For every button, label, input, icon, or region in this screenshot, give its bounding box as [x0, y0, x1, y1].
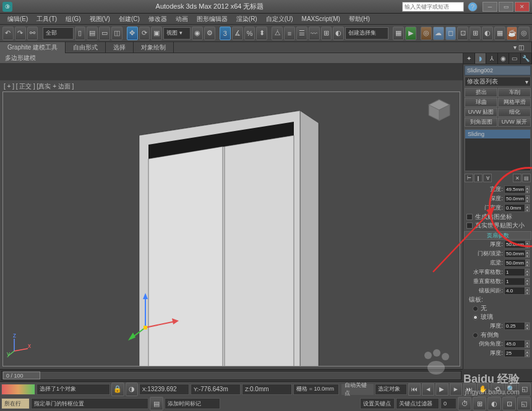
leaf-params-rollout[interactable]: 页扇参数 — [464, 231, 531, 240]
menu-customize[interactable]: 自定义(U) — [262, 15, 297, 23]
undo-icon[interactable]: ↶ — [2, 27, 14, 40]
tab-hierarchy-icon[interactable]: ⅄ — [486, 53, 498, 64]
align-icon[interactable]: ≡ — [284, 27, 295, 40]
redo-icon[interactable]: ↷ — [15, 27, 26, 40]
render-setup-icon[interactable]: ▦ — [393, 27, 404, 40]
btm-spinner[interactable]: 50.0mm▴▾ — [504, 259, 530, 267]
tool-icon[interactable]: ◐ — [482, 27, 493, 40]
track-bar[interactable] — [1, 384, 35, 395]
maximize-button[interactable]: ▭ — [499, 2, 513, 12]
nav-orbit-icon[interactable]: ⟲ — [491, 383, 503, 396]
select-rect-icon[interactable]: ▭ — [99, 27, 110, 40]
tab-display-icon[interactable]: ▭ — [509, 53, 521, 64]
select-name-icon[interactable]: ▤ — [87, 27, 98, 40]
menu-tools[interactable]: 工具(T) — [33, 15, 61, 23]
mod-lathe[interactable]: 车削 — [498, 88, 531, 97]
time-marker[interactable]: 0 / 100 — [3, 371, 40, 379]
viewport[interactable]: z x y — [2, 91, 460, 367]
stack-item-sliding[interactable]: Sliding — [465, 130, 530, 138]
curve-editor-icon[interactable]: 〰 — [309, 27, 320, 40]
thick-spinner[interactable]: 50.0mm▴▾ — [504, 240, 530, 248]
app-logo[interactable]: ③ — [2, 2, 12, 12]
menu-edit[interactable]: 编辑(E) — [4, 15, 32, 23]
gen-coords-check[interactable] — [466, 214, 473, 220]
nav-icon[interactable]: ◱ — [517, 397, 531, 410]
menu-animation[interactable]: 动画 — [172, 15, 192, 23]
tab-create-icon[interactable]: ✦ — [463, 53, 475, 64]
vpanel-spinner[interactable]: 1▴▾ — [504, 278, 530, 286]
coord-y[interactable]: Y: -776.643m — [191, 384, 241, 395]
mod-spherify[interactable]: 球曲 — [465, 98, 497, 107]
move-icon[interactable]: ✥ — [127, 27, 138, 40]
layers-icon[interactable]: ☰ — [296, 27, 307, 40]
tool-icon[interactable]: ▦ — [494, 27, 505, 40]
tool-icon[interactable]: ⊡ — [457, 27, 468, 40]
frame-field[interactable]: 0 — [440, 398, 457, 409]
mod-tessellate[interactable]: 细化 — [498, 108, 531, 117]
ribbon-tab-selection[interactable]: 选择 — [106, 42, 134, 53]
mod-facemap[interactable]: 到角面图 — [465, 117, 497, 127]
viewcube[interactable] — [426, 97, 452, 123]
tool-icon[interactable]: ⊞ — [470, 27, 481, 40]
mod-meshsmooth[interactable]: 网格平滑 — [498, 98, 531, 107]
bevel-thick-spinner[interactable]: 25▴▾ — [504, 349, 530, 357]
tool-icon[interactable]: ◎ — [518, 27, 530, 40]
timeline[interactable]: 0 / 100 — [0, 369, 463, 381]
nav-icon[interactable]: ◐ — [487, 397, 501, 410]
menu-maxscript[interactable]: MAXScript(M) — [298, 15, 344, 22]
radio-none[interactable] — [473, 306, 478, 311]
unique-icon[interactable]: ∀ — [483, 174, 492, 182]
menu-create[interactable]: 创建(C) — [115, 15, 144, 23]
time-tag[interactable]: 添加时间标记 — [165, 398, 220, 409]
schematic-icon[interactable]: ⊞ — [321, 27, 332, 40]
tab-modify-icon[interactable]: ◗ — [475, 53, 487, 64]
radio-bevel[interactable] — [473, 333, 478, 338]
ribbon-tab-freeform[interactable]: 自由形式 — [66, 42, 106, 53]
location-label[interactable]: 所在行 — [1, 398, 30, 409]
nav-pan-icon[interactable]: ✋ — [477, 383, 489, 396]
config-sets-icon[interactable]: ▤ — [522, 174, 531, 182]
menu-grapheditors[interactable]: 图形编辑器 — [193, 15, 231, 23]
viewport-label[interactable]: [ + ] [ 正交 ] [真实 + 边面 ] — [4, 82, 74, 91]
help-icon[interactable]: ? — [468, 2, 478, 12]
window-crossing-icon[interactable]: ◫ — [111, 27, 122, 40]
goto-end-icon[interactable]: ⏭ — [463, 383, 476, 396]
nav-zoom-icon[interactable]: 🔍 — [505, 383, 517, 396]
transform-gizmo[interactable] — [127, 290, 182, 347]
goto-start-icon[interactable]: ⏮ — [408, 383, 421, 396]
scale-icon[interactable]: ▣ — [151, 27, 162, 40]
close-button[interactable]: ✕ — [515, 2, 530, 12]
spinner-snap-icon[interactable]: ⬍ — [256, 27, 267, 40]
depth-spinner[interactable]: 50.0mm▴▾ — [504, 195, 530, 203]
selkey-dropdown[interactable]: 选定对象 — [375, 384, 407, 395]
lock-icon[interactable]: 🔒 — [111, 383, 124, 396]
tab-utilities-icon[interactable]: 🔧 — [521, 53, 533, 64]
select-icon[interactable]: ▯ — [75, 27, 86, 40]
nav-icon[interactable]: ⊡ — [502, 397, 516, 410]
modifier-stack[interactable]: Sliding — [465, 129, 531, 171]
ribbon-panel-polymodel[interactable]: 多边形建模 — [0, 53, 532, 63]
tab-motion-icon[interactable]: ◉ — [498, 53, 510, 64]
show-end-icon[interactable]: ‖ — [474, 174, 483, 182]
isolate-icon[interactable]: ◑ — [126, 383, 138, 396]
real-world-check[interactable] — [466, 222, 473, 229]
menu-modifiers[interactable]: 修改器 — [145, 15, 171, 23]
tool-icon[interactable]: ☁ — [433, 27, 444, 40]
menu-view[interactable]: 视图(V) — [86, 15, 114, 23]
play-icon[interactable]: ▶ — [435, 383, 448, 396]
coord-x[interactable]: X: 13239.692 — [139, 384, 189, 395]
minimize-button[interactable]: ─ — [483, 2, 497, 12]
pin-stack-icon[interactable]: ⊢ — [465, 174, 473, 182]
object-name-field[interactable]: Sliding002 — [465, 66, 531, 75]
named-selection[interactable]: 创建选择集 — [345, 27, 388, 40]
link-icon[interactable]: ⚯ — [27, 27, 38, 40]
prev-frame-icon[interactable]: ◄ — [422, 383, 434, 396]
menu-help[interactable]: 帮助(H) — [345, 15, 374, 23]
radio-glass[interactable] — [473, 315, 478, 320]
mod-uvwmap[interactable]: UVW 贴图 — [465, 108, 497, 117]
material-editor-icon[interactable]: ◐ — [333, 27, 344, 40]
mod-extrude[interactable]: 挤出 — [465, 88, 497, 97]
percent-snap-icon[interactable]: % — [244, 27, 255, 40]
refcoord-dropdown[interactable]: 视图 ▾ — [163, 27, 191, 40]
menu-group[interactable]: 组(G) — [62, 15, 84, 23]
